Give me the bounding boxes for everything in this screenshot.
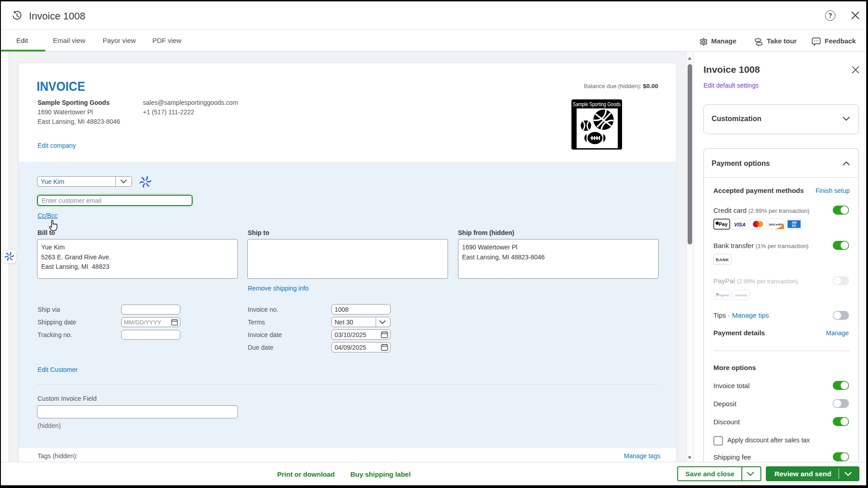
svg-text:Sample Sporting Goods: Sample Sporting Goods (573, 101, 621, 108)
svg-text:AM: AM (792, 221, 796, 224)
svg-text:PayPal: PayPal (717, 293, 729, 297)
svg-text:DISC●VER: DISC●VER (769, 223, 783, 226)
svg-text:venmo: venmo (735, 293, 747, 297)
svg-text:Pay: Pay (719, 221, 728, 227)
svg-text:VISA: VISA (734, 222, 746, 227)
svg-text:EX: EX (792, 224, 796, 227)
